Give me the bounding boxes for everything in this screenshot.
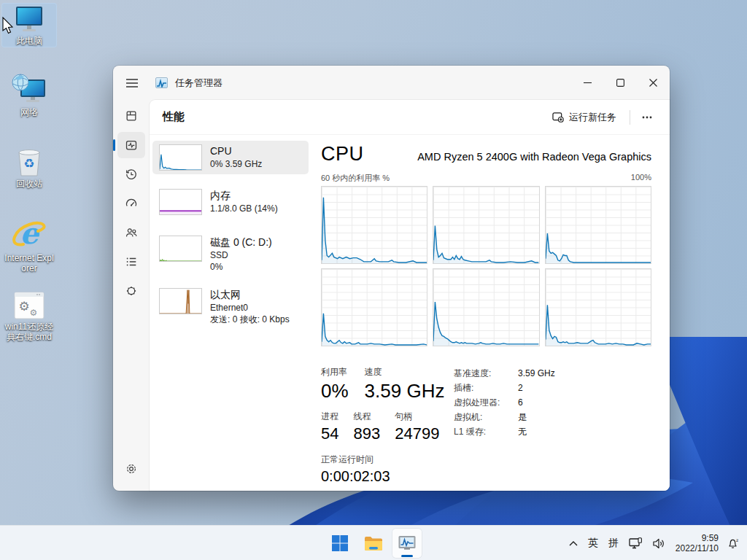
- detail-value: 6: [518, 397, 523, 408]
- services-icon: [125, 284, 138, 298]
- app-history-icon: [125, 168, 138, 181]
- tray-chevron-up-icon[interactable]: [565, 538, 581, 549]
- stat-label-speed: 速度: [365, 366, 445, 378]
- svg-text:⚙: ⚙: [18, 299, 29, 314]
- file-explorer-button[interactable]: [359, 529, 388, 558]
- stat-value-utilization: 0%: [321, 380, 349, 402]
- axis-label-max: 100%: [631, 173, 651, 184]
- sidebar-item-settings[interactable]: [117, 456, 145, 482]
- network-icon[interactable]: [625, 534, 646, 553]
- sidebar-item-startup-apps[interactable]: [117, 190, 145, 217]
- header-divider: [630, 110, 630, 125]
- ime-language-indicator[interactable]: 英: [584, 534, 602, 553]
- sidebar-item-services[interactable]: [117, 278, 145, 304]
- metric-title: CPU: [210, 144, 262, 158]
- detail-label: 基准速度:: [454, 368, 518, 380]
- metric-subtitle2: 0%: [210, 261, 272, 273]
- run-new-task-button[interactable]: 运行新任务: [545, 106, 624, 128]
- focus-assist-bell-icon[interactable]: z: [723, 534, 743, 553]
- this-pc-monitor-icon: [12, 5, 46, 34]
- metric-subtitle: 1.1/8.0 GB (14%): [210, 203, 278, 214]
- tray-clock[interactable]: 9:59 2022/11/10: [676, 533, 719, 553]
- speaker-icon[interactable]: [649, 535, 670, 552]
- detail-label: L1 缓存:: [454, 426, 518, 438]
- stat-label-uptime: 正常运行时间: [321, 454, 651, 466]
- desktop-icon-label: 网络: [20, 107, 38, 117]
- sidebar-item-users[interactable]: [117, 219, 145, 246]
- list-item-disk[interactable]: 磁盘 0 (C: D:) SSD 0%: [152, 232, 309, 276]
- minimize-icon[interactable]: [571, 66, 604, 100]
- core-graph-2[interactable]: [433, 186, 539, 264]
- cpu-mini-graph: [159, 144, 202, 171]
- close-icon[interactable]: [637, 66, 670, 100]
- desktop-icon-label: 回收站: [16, 179, 42, 189]
- desktop-icon-label: Internet Explorer: [2, 253, 56, 273]
- axis-label-window: 60 秒内的利用率 %: [321, 173, 390, 184]
- desktop-icon-recycle-bin[interactable]: ♻ 回收站: [1, 143, 57, 190]
- task-manager-app-icon: [155, 77, 168, 88]
- taskbar: 英 拼 9:59 2022/11/10 z: [0, 525, 747, 560]
- maximize-icon[interactable]: [604, 66, 637, 100]
- detail-label: 虚拟机:: [454, 411, 518, 424]
- settings-gear-icon: [125, 462, 138, 475]
- detail-value: 3.59 GHz: [518, 368, 555, 378]
- users-icon: [125, 226, 138, 239]
- cmd-script-gears-icon: ⚙ ⚙: [13, 291, 45, 320]
- core-graph-6[interactable]: [545, 268, 651, 346]
- desktop-icon-internet-explorer[interactable]: e Internet Explorer: [1, 214, 57, 275]
- detail-value: 无: [518, 426, 527, 438]
- per-core-graph-grid: [321, 186, 651, 346]
- list-item-ethernet[interactable]: 以太网 Ethernet0 发送: 0 接收: 0 Kbps: [152, 284, 309, 329]
- desktop-icon-cmd-script[interactable]: ⚙ ⚙ win11还原经典右键.cmd: [1, 289, 57, 343]
- metric-subtitle: SSD: [210, 249, 272, 261]
- stat-value-uptime: 0:00:02:03: [321, 468, 651, 485]
- svg-text:⚙: ⚙: [30, 308, 38, 318]
- network-monitor-globe-icon: [11, 74, 47, 106]
- stat-label-handles: 句柄: [395, 411, 439, 423]
- performance-icon: [125, 139, 138, 152]
- sidebar-item-details[interactable]: [117, 249, 145, 275]
- page-header: 性能 运行新任务: [150, 100, 670, 135]
- more-options-ellipsis-icon[interactable]: [636, 112, 658, 123]
- cpu-heading: CPU: [321, 143, 364, 166]
- disk-mini-graph: [159, 236, 202, 262]
- metric-title: 磁盘 0 (C: D:): [210, 236, 272, 249]
- metric-subtitle: Ethernet0: [210, 302, 290, 314]
- stat-label-threads: 线程: [353, 411, 380, 423]
- system-tray: 英 拼 9:59 2022/11/10 z: [565, 526, 743, 560]
- cpu-detail-pane: CPU AMD Ryzen 5 2400G with Radeon Vega G…: [321, 134, 651, 485]
- sidebar-item-processes[interactable]: [117, 103, 145, 129]
- sidebar-item-app-history[interactable]: [117, 161, 145, 187]
- detail-label: 插槽:: [454, 382, 518, 394]
- windows-start-icon: [331, 534, 349, 552]
- list-item-memory[interactable]: 内存 1.1/8.0 GB (14%): [152, 185, 309, 219]
- svg-text:♻: ♻: [23, 156, 34, 171]
- stat-value-processes: 54: [321, 424, 338, 443]
- list-item-cpu[interactable]: CPU 0% 3.59 GHz: [152, 141, 309, 174]
- content-panel: 性能 运行新任务 CPU 0% 3.59: [150, 100, 670, 491]
- core-graph-3[interactable]: [545, 186, 651, 264]
- core-graph-1[interactable]: [321, 186, 427, 264]
- tray-date: 2022/11/10: [676, 543, 719, 553]
- core-graph-4[interactable]: [321, 268, 427, 346]
- ime-pinyin-indicator[interactable]: 拼: [605, 534, 622, 553]
- task-manager-taskbar-button[interactable]: [392, 529, 422, 558]
- recycle-bin-icon: ♻: [15, 145, 44, 177]
- hamburger-menu-icon[interactable]: [119, 71, 145, 95]
- window-controls: [571, 66, 670, 100]
- processes-icon: [125, 109, 138, 122]
- ethernet-mini-graph: [159, 288, 202, 314]
- memory-mini-graph: [159, 189, 202, 215]
- sidebar-item-performance[interactable]: [117, 132, 145, 158]
- core-graph-5[interactable]: [433, 268, 539, 346]
- cpu-model-subtitle: AMD Ryzen 5 2400G with Radeon Vega Graph…: [417, 151, 651, 163]
- desktop-icon-network[interactable]: 网络: [1, 71, 57, 119]
- sidebar-rail: [113, 100, 150, 491]
- stat-label-utilization: 利用率: [321, 366, 349, 378]
- desktop-icon-label: 此电脑: [16, 36, 42, 46]
- detail-value: 是: [518, 411, 527, 424]
- metric-subtitle2: 发送: 0 接收: 0 Kbps: [210, 314, 290, 325]
- run-new-task-label: 运行新任务: [569, 111, 616, 124]
- start-button[interactable]: [325, 529, 355, 558]
- window-titlebar: 任务管理器: [113, 66, 670, 100]
